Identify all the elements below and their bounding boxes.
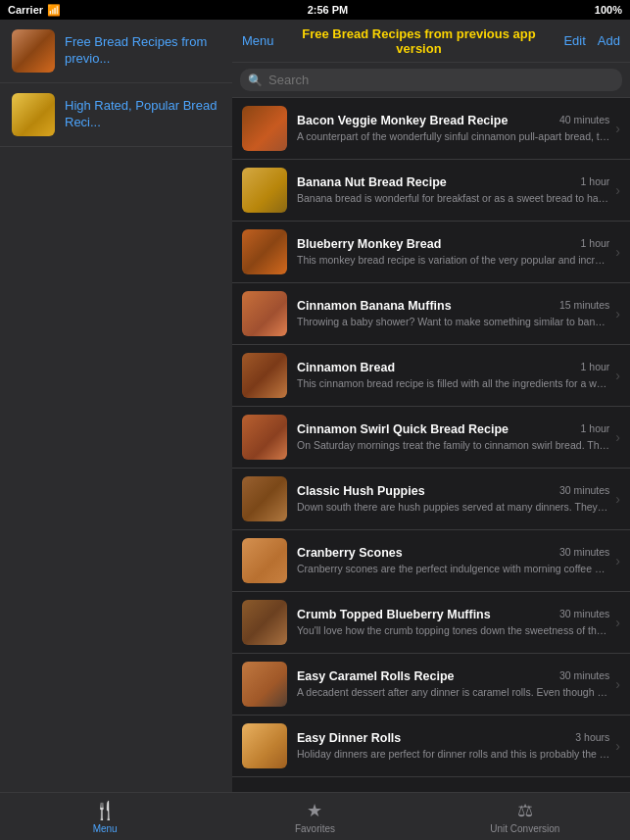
recipe-chevron-3: › bbox=[615, 306, 620, 321]
recipe-desc-10: Holiday dinners are perfect for dinner r… bbox=[297, 748, 609, 762]
nav-menu-button[interactable]: Menu bbox=[242, 33, 274, 48]
status-carrier: Carrier 📶 bbox=[8, 4, 61, 17]
recipe-info-1: Banana Nut Bread Recipe 1 hour Banana br… bbox=[297, 175, 609, 206]
recipe-thumb-7 bbox=[242, 538, 287, 583]
recipe-item-8[interactable]: Crumb Topped Blueberry Muffins 30 minute… bbox=[232, 592, 630, 654]
left-panel-item-1[interactable]: Free Bread Recipes from previo... bbox=[0, 20, 235, 83]
recipe-item-4[interactable]: Cinnamon Bread 1 hour This cinnamon brea… bbox=[232, 345, 630, 407]
recipe-desc-8: You'll love how the crumb topping tones … bbox=[297, 624, 609, 638]
recipe-item-9[interactable]: Easy Caramel Rolls Recipe 30 minutes A d… bbox=[232, 654, 630, 716]
bottom-tab-label-2: Unit Conversion bbox=[490, 823, 559, 834]
recipe-desc-3: Throwing a baby shower? Want to make som… bbox=[297, 316, 609, 329]
search-bar: 🔍 bbox=[232, 63, 630, 98]
recipe-item-0[interactable]: Bacon Veggie Monkey Bread Recipe 40 minu… bbox=[232, 98, 630, 160]
recipe-item-2[interactable]: Blueberry Monkey Bread 1 hour This monke… bbox=[232, 222, 630, 283]
recipe-item-5[interactable]: Cinnamon Swirl Quick Bread Recipe 1 hour… bbox=[232, 407, 630, 469]
recipe-chevron-2: › bbox=[615, 244, 620, 260]
bottom-tab-unit-conversion[interactable]: ⚖ Unit Conversion bbox=[420, 793, 630, 840]
nav-bar: Menu Free Bread Recipes from previous ap… bbox=[232, 20, 630, 63]
recipe-thumb-2 bbox=[242, 229, 287, 274]
recipe-info-8: Crumb Topped Blueberry Muffins 30 minute… bbox=[297, 608, 609, 638]
recipe-chevron-0: › bbox=[615, 121, 620, 136]
recipe-thumb-3 bbox=[242, 291, 287, 336]
recipe-title-row-9: Easy Caramel Rolls Recipe 30 minutes bbox=[297, 669, 609, 684]
recipe-title-7: Cranberry Scones bbox=[297, 546, 559, 561]
recipe-time-2: 1 hour bbox=[581, 237, 610, 249]
recipe-chevron-6: › bbox=[615, 491, 620, 507]
recipe-time-0: 40 minutes bbox=[559, 114, 609, 125]
recipe-time-9: 30 minutes bbox=[559, 669, 609, 681]
right-panel: Menu Free Bread Recipes from previous ap… bbox=[232, 20, 630, 840]
recipe-title-2: Blueberry Monkey Bread bbox=[297, 237, 581, 252]
bottom-tab-icon-2: ⚖ bbox=[517, 800, 533, 821]
nav-add-button[interactable]: Add bbox=[598, 33, 620, 48]
recipe-title-row-6: Classic Hush Puppies 30 minutes bbox=[297, 484, 609, 499]
nav-title: Free Bread Recipes from previous app ver… bbox=[274, 26, 564, 56]
recipe-thumb-5 bbox=[242, 415, 287, 460]
recipe-title-row-2: Blueberry Monkey Bread 1 hour bbox=[297, 237, 609, 252]
bottom-tab-bar: 🍴 Menu ★ Favorites ⚖ Unit Conversion bbox=[0, 792, 630, 840]
recipe-title-10: Easy Dinner Rolls bbox=[297, 731, 575, 746]
recipe-time-8: 30 minutes bbox=[559, 608, 609, 619]
recipe-chevron-5: › bbox=[615, 429, 620, 445]
recipe-thumb-4 bbox=[242, 353, 287, 398]
recipe-title-row-8: Crumb Topped Blueberry Muffins 30 minute… bbox=[297, 608, 609, 622]
recipe-title-row-10: Easy Dinner Rolls 3 hours bbox=[297, 731, 609, 746]
search-input[interactable] bbox=[268, 73, 614, 87]
recipe-info-4: Cinnamon Bread 1 hour This cinnamon brea… bbox=[297, 361, 609, 391]
recipe-title-4: Cinnamon Bread bbox=[297, 361, 581, 375]
nav-edit-button[interactable]: Edit bbox=[563, 33, 585, 48]
recipe-title-row-4: Cinnamon Bread 1 hour bbox=[297, 361, 609, 375]
recipe-chevron-8: › bbox=[615, 615, 620, 630]
recipe-item-1[interactable]: Banana Nut Bread Recipe 1 hour Banana br… bbox=[232, 160, 630, 222]
recipe-title-9: Easy Caramel Rolls Recipe bbox=[297, 669, 559, 684]
search-icon: 🔍 bbox=[248, 74, 263, 87]
recipe-thumb-8 bbox=[242, 600, 287, 645]
recipe-thumb-0 bbox=[242, 106, 287, 151]
recipe-time-6: 30 minutes bbox=[559, 484, 609, 496]
recipe-info-6: Classic Hush Puppies 30 minutes Down sou… bbox=[297, 484, 609, 515]
recipe-title-3: Cinnamon Banana Muffins bbox=[297, 299, 559, 314]
recipe-title-5: Cinnamon Swirl Quick Bread Recipe bbox=[297, 422, 581, 437]
nav-actions: Edit Add bbox=[563, 33, 620, 48]
recipe-info-5: Cinnamon Swirl Quick Bread Recipe 1 hour… bbox=[297, 422, 609, 453]
recipe-chevron-4: › bbox=[615, 368, 620, 383]
recipe-desc-7: Cranberry scones are the perfect indulge… bbox=[297, 563, 609, 576]
recipe-list[interactable]: Bacon Veggie Monkey Bread Recipe 40 minu… bbox=[232, 98, 630, 792]
recipe-thumb-1 bbox=[242, 168, 287, 213]
wifi-icon: 📶 bbox=[47, 4, 61, 17]
main-container: Free Bread Recipes from previo... High R… bbox=[0, 20, 630, 840]
left-panel-label-1: Free Bread Recipes from previo... bbox=[65, 34, 223, 68]
recipe-desc-4: This cinnamon bread recipe is filled wit… bbox=[297, 377, 609, 391]
recipe-item-6[interactable]: Classic Hush Puppies 30 minutes Down sou… bbox=[232, 469, 630, 530]
recipe-chevron-10: › bbox=[615, 738, 620, 754]
recipe-info-3: Cinnamon Banana Muffins 15 minutes Throw… bbox=[297, 299, 609, 329]
status-bar: Carrier 📶 2:56 PM 100% bbox=[0, 0, 630, 20]
recipe-title-6: Classic Hush Puppies bbox=[297, 484, 559, 499]
recipe-desc-1: Banana bread is wonderful for breakfast … bbox=[297, 192, 609, 206]
recipe-title-row-0: Bacon Veggie Monkey Bread Recipe 40 minu… bbox=[297, 114, 609, 128]
bottom-tab-icon-1: ★ bbox=[307, 800, 322, 821]
recipe-item-3[interactable]: Cinnamon Banana Muffins 15 minutes Throw… bbox=[232, 283, 630, 345]
bottom-tab-label-1: Favorites bbox=[295, 823, 335, 834]
bottom-tab-label-0: Menu bbox=[93, 823, 118, 834]
bottom-tab-menu[interactable]: 🍴 Menu bbox=[0, 793, 210, 840]
recipe-title-row-3: Cinnamon Banana Muffins 15 minutes bbox=[297, 299, 609, 314]
recipe-item-10[interactable]: Easy Dinner Rolls 3 hours Holiday dinner… bbox=[232, 716, 630, 777]
recipe-time-3: 15 minutes bbox=[559, 299, 609, 311]
recipe-item-7[interactable]: Cranberry Scones 30 minutes Cranberry sc… bbox=[232, 530, 630, 592]
recipe-title-row-1: Banana Nut Bread Recipe 1 hour bbox=[297, 175, 609, 190]
search-wrap[interactable]: 🔍 bbox=[240, 69, 622, 91]
bottom-tab-favorites[interactable]: ★ Favorites bbox=[210, 793, 419, 840]
left-panel-thumb-2 bbox=[12, 93, 55, 136]
recipe-desc-6: Down south there are hush puppies served… bbox=[297, 501, 609, 515]
left-panel-item-2[interactable]: High Rated, Popular Bread Reci... bbox=[0, 83, 235, 147]
recipe-title-row-7: Cranberry Scones 30 minutes bbox=[297, 546, 609, 561]
recipe-title-0: Bacon Veggie Monkey Bread Recipe bbox=[297, 114, 559, 128]
left-panel-label-2: High Rated, Popular Bread Reci... bbox=[65, 98, 223, 131]
recipe-chevron-7: › bbox=[615, 553, 620, 568]
status-battery: 100% bbox=[595, 4, 622, 16]
recipe-desc-5: On Saturday mornings treat the family to… bbox=[297, 439, 609, 453]
recipe-info-0: Bacon Veggie Monkey Bread Recipe 40 minu… bbox=[297, 114, 609, 144]
recipe-title-row-5: Cinnamon Swirl Quick Bread Recipe 1 hour bbox=[297, 422, 609, 437]
